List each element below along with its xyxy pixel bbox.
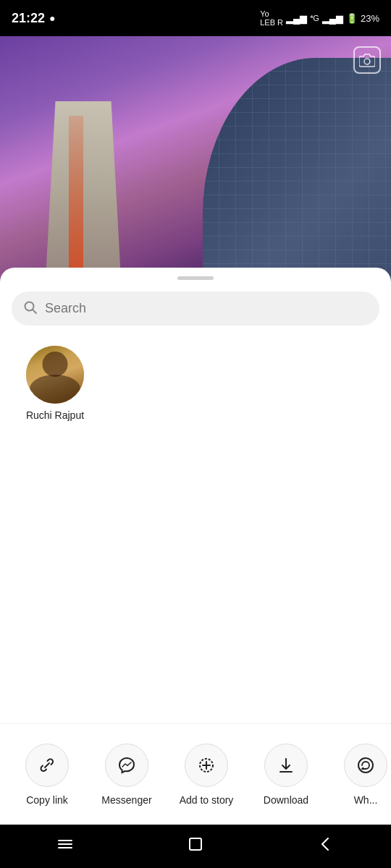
search-bar[interactable]: [12, 292, 379, 326]
home-button[interactable]: [180, 828, 211, 864]
signal-bars-2-icon: ▂▄▆: [322, 13, 343, 24]
whatsapp-icon: [356, 755, 376, 775]
camera-icon[interactable]: [353, 46, 381, 74]
download-action[interactable]: Download: [246, 735, 326, 814]
wifi-icon: ●: [49, 12, 55, 24]
status-left: 21:22 ●: [12, 11, 56, 26]
battery-percent: 23%: [361, 13, 379, 24]
whatsapp-icon-circle: [344, 744, 387, 787]
search-icon: [23, 300, 38, 317]
avatar-face: [26, 346, 84, 404]
messenger-label: Messenger: [101, 794, 151, 806]
menu-button[interactable]: [49, 828, 81, 864]
svg-line-2: [33, 310, 36, 313]
contact-item[interactable]: Ruchi Rajput: [12, 340, 98, 427]
copy-link-label: Copy link: [26, 794, 68, 806]
status-bar: 21:22 ● YoLEB R ▂▄▆ ⁴G ▂▄▆ 🔋 23%: [0, 0, 391, 36]
download-icon-circle: [264, 744, 308, 787]
svg-point-8: [358, 758, 373, 773]
home-icon: [187, 835, 204, 853]
back-button[interactable]: [310, 828, 342, 864]
network-4g-icon: ⁴G: [310, 14, 319, 23]
copy-link-icon-circle: [25, 744, 69, 787]
add-story-icon: [196, 755, 216, 775]
avatar: [26, 346, 84, 404]
nav-bar: [0, 825, 391, 868]
search-input[interactable]: [45, 301, 368, 316]
copy-link-action[interactable]: Copy link: [7, 735, 87, 814]
bottom-sheet: Ruchi Rajput Copy link Mess: [0, 268, 391, 825]
messenger-action[interactable]: Messenger: [87, 735, 167, 814]
messenger-icon: [117, 755, 137, 775]
svg-point-0: [364, 59, 370, 64]
download-label: Download: [264, 794, 308, 806]
add-to-story-action[interactable]: Add to story: [167, 735, 246, 814]
contact-name: Ruchi Rajput: [26, 409, 84, 421]
add-to-story-label: Add to story: [180, 794, 234, 806]
signal-bars-icon: ▂▄▆: [286, 13, 307, 24]
messenger-icon-circle: [105, 744, 148, 787]
menu-icon: [56, 835, 74, 853]
add-story-icon-circle: [185, 744, 228, 787]
whatsapp-action[interactable]: Wh...: [326, 735, 391, 814]
contact-list: Ruchi Rajput: [0, 340, 391, 427]
link-icon: [37, 755, 57, 775]
battery-icon: 🔋: [346, 13, 358, 24]
sheet-handle: [177, 276, 214, 280]
network-label: YoLEB R: [260, 9, 283, 27]
download-icon: [276, 755, 296, 775]
back-icon: [317, 835, 335, 853]
svg-rect-12: [190, 838, 201, 850]
camera-svg: [359, 53, 375, 67]
whatsapp-label: Wh...: [354, 794, 378, 806]
actions-row: Copy link Messenger Add to story: [0, 723, 391, 825]
status-time: 21:22: [12, 11, 45, 26]
status-icons: YoLEB R ▂▄▆ ⁴G ▂▄▆ 🔋 23%: [260, 9, 379, 27]
